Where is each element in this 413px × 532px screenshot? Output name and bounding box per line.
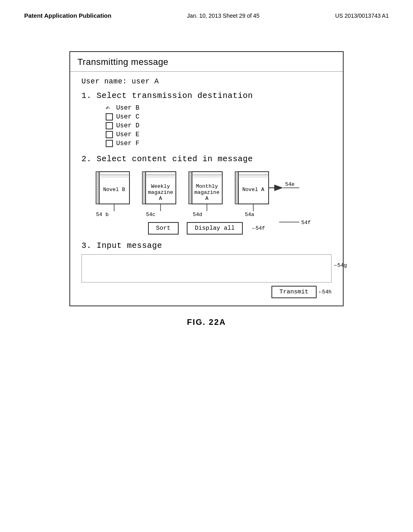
- user-d-label: User D: [116, 122, 140, 129]
- checkbox-group: ✍ User B User C User D User E: [106, 104, 332, 147]
- svg-text:Monthly: Monthly: [196, 183, 218, 189]
- svg-text:54c: 54c: [146, 212, 155, 218]
- 54g-label: ←54g: [334, 262, 347, 268]
- sort-button[interactable]: Sort: [148, 222, 179, 235]
- display-all-button[interactable]: Display all: [187, 222, 243, 235]
- checkbox-user-e[interactable]: [106, 131, 113, 138]
- book-54b[interactable]: Novel B: [96, 172, 129, 204]
- list-item[interactable]: User C: [106, 113, 332, 121]
- svg-rect-7: [142, 172, 146, 204]
- message-input-box[interactable]: [81, 254, 332, 283]
- svg-text:magazine: magazine: [194, 189, 219, 195]
- svg-text:Weekly: Weekly: [151, 183, 170, 189]
- checkbox-user-f[interactable]: [106, 140, 113, 147]
- svg-text:Novel A: Novel A: [242, 187, 265, 193]
- svg-text:A: A: [159, 195, 162, 202]
- svg-rect-25: [235, 172, 238, 204]
- user-c-label: User C: [116, 113, 140, 121]
- svg-text:54f: 54f: [301, 220, 311, 226]
- transmit-button[interactable]: Transmit: [271, 286, 317, 298]
- transmit-row: Transmit ←54h: [81, 286, 332, 298]
- list-item[interactable]: ✍ User B: [106, 104, 332, 112]
- books-area: Novel B 54 b Weekly magazine A: [81, 168, 332, 235]
- 54f-label: ←54f: [252, 225, 265, 231]
- checkbox-user-d[interactable]: [106, 122, 113, 129]
- svg-text:54d: 54d: [193, 212, 202, 218]
- svg-text:54e: 54e: [285, 181, 294, 187]
- transmitting-box: Transmitting message User name: user A 1…: [69, 51, 344, 306]
- section1-title: 1. Select transmission destination: [81, 91, 332, 100]
- svg-marker-32: [274, 185, 283, 191]
- input-area: ←54g: [81, 254, 332, 283]
- transmitting-title: Transmitting message: [70, 52, 343, 72]
- user-b-label: User B: [116, 104, 140, 112]
- svg-rect-0: [96, 172, 99, 204]
- list-item[interactable]: User D: [106, 122, 332, 129]
- svg-text:A: A: [205, 195, 209, 202]
- 54h-label: ←54h: [319, 289, 332, 295]
- svg-text:magazine: magazine: [148, 189, 173, 195]
- svg-rect-16: [189, 172, 192, 204]
- user-f-label: User F: [116, 140, 140, 147]
- svg-text:Novel B: Novel B: [103, 187, 125, 193]
- publication-label: Patent Application Publication: [24, 12, 111, 19]
- date-sheet-label: Jan. 10, 2013 Sheet 29 of 45: [187, 12, 260, 19]
- figure-title: FIG. 22A: [187, 318, 226, 327]
- list-item[interactable]: User F: [106, 140, 332, 147]
- diagram-container: Transmitting message User name: user A 1…: [0, 51, 413, 327]
- user-e-label: User E: [116, 131, 140, 138]
- patent-number-label: US 2013/0013743 A1: [335, 12, 389, 19]
- section3-title: 3. Input message: [81, 241, 332, 250]
- svg-text:54 b: 54 b: [96, 212, 108, 218]
- book-54a[interactable]: Novel A: [235, 172, 269, 204]
- section2-title: 2. Select content cited in message: [81, 154, 332, 164]
- page-header: Patent Application Publication Jan. 10, …: [0, 0, 413, 19]
- list-item[interactable]: User E: [106, 131, 332, 138]
- user-name-line: User name: user A: [81, 77, 332, 85]
- transmitting-body: User name: user A 1. Select transmission…: [70, 72, 343, 305]
- svg-text:54a: 54a: [245, 212, 254, 218]
- book-54d[interactable]: Monthly magazine A: [189, 172, 222, 204]
- checkbox-user-c[interactable]: [106, 113, 113, 121]
- pencil-checkbox-icon: ✍: [106, 104, 113, 112]
- book-54c[interactable]: Weekly magazine A: [142, 172, 176, 204]
